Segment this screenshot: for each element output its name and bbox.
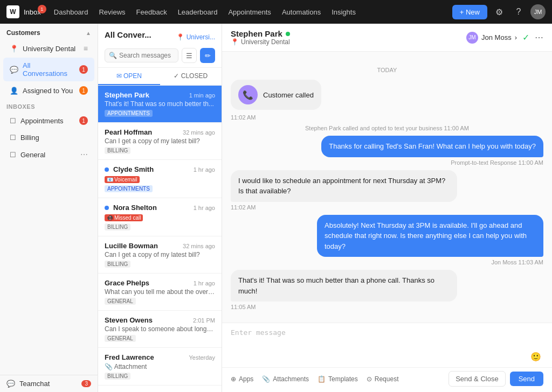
conversation-list-panel: All Conver... 📍 Universi... 🔍 ☰ ✏ ✉ OPEN — [98, 24, 222, 392]
chat-input-area: 🙂 ⊕ Apps 📎 Attachments 📋 Templates — [222, 323, 552, 392]
conv-time: 1 hr ago — [194, 280, 215, 286]
system-note: Stephen Park called and opted to text yo… — [231, 125, 543, 131]
teamchat-section[interactable]: 💬 Teamchat 3 — [0, 375, 98, 392]
nav-dashboard[interactable]: Dashboard — [50, 6, 93, 18]
conv-item-grace-phelps[interactable]: Grace Phelps 1 hr ago What can you tell … — [98, 274, 222, 311]
conv-tag: BILLING — [105, 147, 130, 154]
location-icon: 📍 — [10, 45, 18, 53]
sidebar-billing-label: Billing — [20, 134, 88, 142]
all-conversations-badge: 1 — [79, 65, 88, 74]
conv-item-stephen-park[interactable]: Stephen Park 1 min ago That's it! That w… — [98, 86, 222, 123]
conv-time: Yesterday — [189, 354, 215, 361]
nav-links: Dashboard Reviews Feedback Leaderboard A… — [50, 6, 360, 18]
message-meta: Prompt-to-text Response 11:00 AM — [321, 159, 543, 166]
settings-icon[interactable]: ⚙ — [492, 4, 507, 19]
sidebar-item-appointments[interactable]: ☐ Appointments 1 — [3, 113, 94, 129]
conv-item-lucille-bowman[interactable]: Lucille Bowman 32 mins ago Can I get a c… — [98, 236, 222, 274]
chat-agent-selector[interactable]: JM Jon Moss › — [466, 32, 517, 44]
sidebar-section-title: Customers — [6, 29, 40, 37]
edit-icon[interactable]: ✏ — [200, 48, 215, 63]
apps-button[interactable]: ⊕ Apps — [231, 373, 253, 385]
person-icon: 👤 — [10, 87, 18, 95]
nav-icons: ⚙ ? JM — [492, 4, 546, 19]
conv-panel-location[interactable]: 📍 Universi... — [176, 33, 215, 41]
conv-time: 32 mins ago — [183, 129, 215, 136]
general-menu-icon[interactable]: ⋯ — [80, 150, 88, 159]
sidebar: Customers ▲ 📍 University Dental ≡ 💬 All … — [0, 24, 98, 392]
sidebar-item-university-dental[interactable]: 📍 University Dental ≡ — [3, 40, 94, 57]
conv-panel-title: All Conver... — [105, 30, 151, 39]
search-icon: 🔍 — [109, 52, 117, 59]
nav-insights[interactable]: Insights — [327, 6, 360, 18]
message-time: 11:02 AM — [231, 114, 543, 121]
conv-panel-header: All Conver... 📍 Universi... 🔍 ☰ ✏ — [98, 24, 222, 68]
request-button[interactable]: ⊙ Request — [367, 373, 399, 385]
inbox-badge: 1 — [38, 5, 46, 13]
conv-time: 1 min ago — [189, 92, 215, 99]
chat-contact-location: 📍 University Dental — [231, 38, 290, 46]
online-status-dot — [286, 32, 290, 36]
conversations-icon: 💬 — [10, 66, 18, 74]
help-icon[interactable]: ? — [511, 4, 526, 19]
conv-item-steven-owens[interactable]: Steven Owens 2:01 PM Can I speak to some… — [98, 311, 222, 348]
more-options-icon[interactable]: ⋯ — [535, 32, 543, 43]
conv-preview: That's it! That was so much better th... — [105, 100, 215, 108]
sidebar-item-general[interactable]: ☐ General ⋯ — [3, 146, 94, 163]
inbox-billing-icon: ☐ — [10, 134, 16, 142]
conv-name: Steven Owens — [105, 316, 153, 324]
attachment-icon: 📎 — [262, 375, 270, 383]
sidebar-all-conversations-label: All Conversations — [23, 61, 75, 78]
message-row: 📞 Customer called — [231, 80, 543, 110]
message-input[interactable] — [231, 328, 543, 350]
conv-name: Clyde Smith — [113, 165, 154, 173]
nav-automations[interactable]: Automations — [278, 6, 325, 18]
templates-button[interactable]: 📋 Templates — [318, 373, 358, 385]
send-close-button[interactable]: Send & Close — [448, 371, 506, 387]
sidebar-menu-icon[interactable]: ≡ — [84, 44, 88, 53]
conv-name: Nora Shelton — [113, 204, 157, 212]
conv-search-row: 🔍 ☰ ✏ — [105, 48, 215, 63]
sidebar-item-all-conversations[interactable]: 💬 All Conversations 1 — [3, 58, 94, 81]
unread-indicator — [105, 206, 109, 210]
voicemail-badge: 📧 Voicemail — [105, 176, 140, 183]
user-avatar[interactable]: JM — [530, 4, 546, 19]
request-icon: ⊙ — [367, 375, 372, 383]
attachments-button[interactable]: 📎 Attachments — [262, 373, 309, 385]
search-wrapper: 🔍 — [105, 48, 178, 62]
sidebar-item-billing[interactable]: ☐ Billing — [3, 130, 94, 145]
call-icon: 📞 — [238, 85, 258, 104]
conv-name: Pearl Hoffman — [105, 128, 152, 136]
filter-icon[interactable]: ☰ — [182, 48, 197, 63]
conv-tag: BILLING — [105, 261, 130, 268]
conv-name: Grace Phelps — [105, 279, 149, 287]
resolve-icon[interactable]: ✓ — [522, 32, 529, 43]
message-time: 11:05 AM — [231, 304, 457, 310]
send-button[interactable]: Send — [510, 372, 543, 386]
conv-item-fred-lawrence[interactable]: Fred Lawrence Yesterday 📎 Attachment BIL… — [98, 348, 222, 386]
emoji-icon[interactable]: 🙂 — [530, 352, 541, 362]
conv-time: 1 hr ago — [194, 166, 215, 173]
tab-closed[interactable]: ✓ CLOSED — [160, 68, 222, 85]
inbox-nav-item[interactable]: Inbox 1 — [24, 8, 41, 16]
nav-leaderboard[interactable]: Leaderboard — [174, 6, 222, 18]
nav-appointments[interactable]: Appointments — [224, 6, 275, 18]
chat-messages: TODAY 📞 Customer called 11:02 AM Stephen… — [222, 52, 552, 323]
new-button[interactable]: + New — [452, 5, 487, 19]
conv-item-clyde-smith[interactable]: Clyde Smith 1 hr ago 📧 Voicemail APPOINT… — [98, 160, 222, 198]
sidebar-university-dental-label: University Dental — [23, 45, 79, 53]
teamchat-badge: 3 — [81, 380, 91, 387]
sidebar-collapse-icon[interactable]: ▲ — [86, 30, 91, 36]
conv-item-nora-shelton[interactable]: Nora Shelton 1 hr ago 📵 Missed call BILL… — [98, 198, 222, 236]
nav-feedback[interactable]: Feedback — [132, 6, 171, 18]
conv-item-pearl-hoffman[interactable]: Pearl Hoffman 32 mins ago Can I get a co… — [98, 123, 222, 160]
conv-tabs: ✉ OPEN ✓ CLOSED — [98, 68, 222, 86]
sidebar-item-assigned-to-you[interactable]: 👤 Assigned to You 1 — [3, 82, 94, 99]
message-meta: Jon Moss 11:03 AM — [317, 259, 543, 265]
missed-call-badge: 📵 Missed call — [105, 214, 143, 221]
conv-time: 32 mins ago — [183, 243, 215, 249]
conv-time: 2:01 PM — [193, 317, 215, 324]
nav-reviews[interactable]: Reviews — [94, 6, 129, 18]
tab-open[interactable]: ✉ OPEN — [98, 68, 160, 85]
message-bubble: Absolutely! Next Thursday at 3PM is avai… — [317, 215, 543, 257]
top-navigation: W Inbox 1 Dashboard Reviews Feedback Lea… — [0, 0, 552, 24]
